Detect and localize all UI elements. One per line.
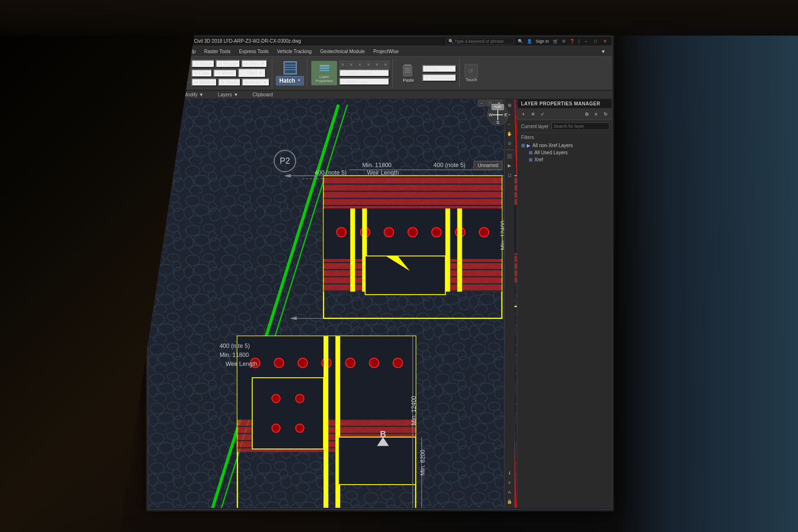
move-btn[interactable]: ↔ Move <box>191 60 215 68</box>
layer-properties-icon <box>319 63 330 75</box>
svg-point-56 <box>393 358 403 368</box>
svg-point-38 <box>432 227 441 237</box>
tab-geotechnical[interactable]: Geotechnical Module <box>316 47 369 56</box>
hatch-icon <box>284 61 297 75</box>
svg-rect-59 <box>252 378 323 449</box>
layer-icon-1: ≡ <box>339 61 347 68</box>
top-view-btn[interactable]: TOP <box>492 104 504 110</box>
new-layer-btn[interactable]: + <box>519 110 528 119</box>
lock-btn[interactable]: 🔒 <box>505 497 514 506</box>
tab-express[interactable]: Express Tools <box>235 47 273 56</box>
compass: N S W E TOP <box>486 103 510 127</box>
clipboard-section-label[interactable]: Clipboard <box>253 92 273 97</box>
current-layer-label: Current layer <box>521 124 549 129</box>
layers-section-label[interactable]: Layers ▼ <box>218 92 238 97</box>
filter-icon-3: ⊞ <box>529 157 532 162</box>
minimize-btn[interactable]: − <box>583 38 589 44</box>
tab-raster[interactable]: Raster Tools <box>200 47 235 56</box>
tab-projectwise[interactable]: ProjectWise <box>369 47 403 56</box>
title-search-input[interactable] <box>455 39 512 44</box>
set-current-layer-btn[interactable]: ✓ <box>538 110 547 119</box>
copy-btn[interactable]: ⎘ Copy <box>191 69 212 77</box>
svg-text:Weir Length: Weir Length <box>367 169 399 176</box>
layer-view-btn[interactable]: ≡ <box>592 110 600 119</box>
filters-title: Filters <box>521 135 608 140</box>
svg-text:Min. 11800: Min. 11800 <box>362 162 391 168</box>
filter-label-2: All Used Layers <box>534 150 568 155</box>
sign-in-btn[interactable]: Sign In <box>536 39 549 44</box>
current-layer-row: Current layer 🔍 <box>517 120 612 133</box>
layer-settings-btn[interactable]: ⚙ <box>582 110 591 119</box>
stretch-btn[interactable]: ⇔ Stretch <box>191 78 217 86</box>
layer-search-input[interactable] <box>551 122 609 130</box>
tab-vehicle[interactable]: Vehicle Tracking <box>273 47 316 56</box>
filters-section: Filters ⊞ ▶ All non-Xref Layers ⊞ All Us… <box>517 133 612 165</box>
svg-text:E: E <box>504 112 507 117</box>
svg-rect-6 <box>320 70 329 71</box>
svg-rect-0 <box>285 63 295 73</box>
paste-btn[interactable]: Paste <box>397 61 420 85</box>
modify-section-label[interactable]: Modify ▼ <box>183 92 203 97</box>
svg-rect-57 <box>323 336 328 508</box>
svg-text:Min. 12400: Min. 12400 <box>410 396 417 425</box>
hatch-dropdown[interactable]: Hatch ▼ <box>276 76 304 85</box>
ribbon-toolbar: ╱ ○ ▭ ⌒ ✦ ⬟ ← ↔ Move ↻ Rotate ✂ Trim ▼ <box>148 56 612 91</box>
rotate-btn[interactable]: ↻ Rotate <box>216 60 240 68</box>
right-blur <box>618 36 798 532</box>
model-space-btn[interactable]: ◻ <box>505 171 514 179</box>
layer-icon-2: ≡ <box>348 61 355 68</box>
array-btn[interactable]: ⊟ Array ▼ <box>242 78 270 86</box>
title-bar: Autodesk AutoCAD Civil 3D 2018 LFD-ARP-Z… <box>148 37 612 46</box>
filter-icon-2: ⊞ <box>529 150 532 155</box>
close-btn[interactable]: ✕ <box>602 38 608 44</box>
tab-more[interactable]: ▼ <box>597 47 610 56</box>
svg-rect-43 <box>446 208 450 291</box>
svg-rect-31 <box>323 176 502 208</box>
properties-btn[interactable]: ℹ <box>505 469 514 477</box>
annotation-btn[interactable]: A <box>505 488 514 496</box>
svg-point-37 <box>408 227 418 237</box>
filter-label-3: Xref <box>534 157 543 162</box>
layer-refresh-btn[interactable]: ↻ <box>601 110 610 119</box>
fillet-btn[interactable]: ⌒ Fillet ▼ <box>238 68 266 78</box>
layer-icon-5: ≡ <box>373 61 381 68</box>
svg-text:400 (note 5): 400 (note 5) <box>434 162 466 168</box>
search-field[interactable]: 🔍 <box>448 39 454 44</box>
pan-btn[interactable]: ✋ <box>505 130 514 138</box>
layer-icon-3: ≡ <box>356 61 364 68</box>
canvas-right-toolbar: ⊞ + − ✋ ⊙ ⬛ ▶ ◻ ℹ ≡ A 🔒 <box>504 99 514 508</box>
svg-rect-4 <box>320 65 329 66</box>
svg-rect-5 <box>320 67 329 69</box>
svg-text:Min. 6200: Min. 6200 <box>419 449 426 476</box>
svg-text:Weir Length: Weir Length <box>226 361 257 367</box>
drawing-minimize-btn[interactable]: − <box>478 100 485 106</box>
svg-rect-60 <box>338 437 416 485</box>
trim-btn[interactable]: ✂ Trim ▼ <box>241 60 267 68</box>
view-cube-btn[interactable]: ⬛ <box>505 152 514 160</box>
show-motion-btn[interactable]: ▶ <box>505 161 514 170</box>
match-layer-btn[interactable]: ≡ Match Layer <box>339 78 390 85</box>
select-mode-btn[interactable]: ⊡ Select Mode <box>422 74 457 82</box>
svg-point-55 <box>369 358 379 368</box>
orbit-btn[interactable]: ⊙ <box>505 139 514 148</box>
svg-rect-44 <box>457 208 462 291</box>
delete-layer-btn[interactable]: ✕ <box>529 110 537 119</box>
layer-properties-btn[interactable]: LayerProperties <box>311 61 337 85</box>
svg-point-52 <box>298 358 307 368</box>
layers-quick-btn[interactable]: ≡ <box>505 478 514 487</box>
scale-btn[interactable]: ⊞ Scale <box>218 78 241 86</box>
copy-clipboard-btn[interactable]: ⎘ Copy <box>422 65 457 73</box>
filter-all-non-xref[interactable]: ⊞ ▶ All non-Xref Layers <box>521 142 608 149</box>
svg-point-34 <box>337 227 346 237</box>
filter-all-used[interactable]: ⊞ All Used Layers <box>521 149 608 156</box>
svg-point-36 <box>384 227 394 237</box>
filter-xref[interactable]: ⊞ Xref <box>521 156 608 163</box>
restore-btn[interactable]: □ <box>593 38 598 44</box>
svg-text:400 (n te 5): 400 (n te 5) <box>219 343 250 349</box>
filter-label-1: All non-Xref Layers <box>532 143 573 148</box>
mirror-btn[interactable]: ⊣ Mirror <box>213 69 237 77</box>
make-current-btn[interactable]: ✓ Make Current <box>339 69 390 77</box>
svg-point-40 <box>479 227 489 237</box>
svg-text:400 (note 5): 400 (note 5) <box>314 169 346 176</box>
svg-point-62 <box>295 394 304 403</box>
